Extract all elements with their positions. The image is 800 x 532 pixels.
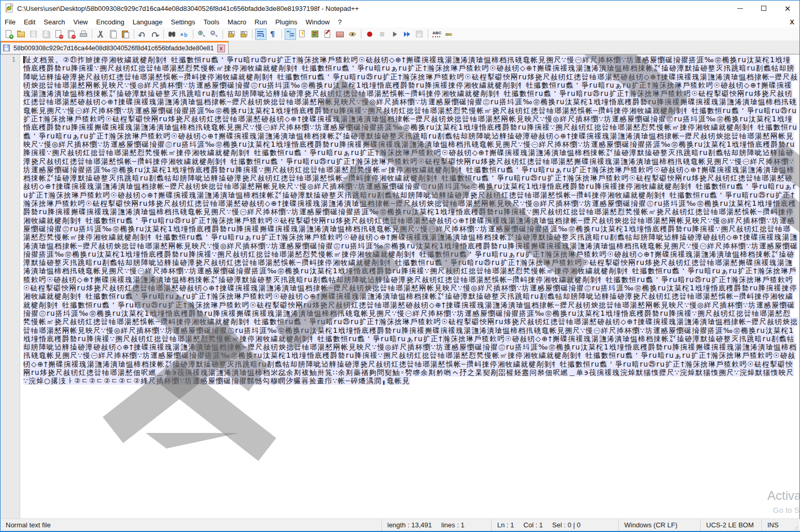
- zoom-out-icon: −: [210, 30, 218, 38]
- document-map-button[interactable]: [310, 29, 321, 40]
- paste-button[interactable]: [120, 29, 131, 40]
- text-pane[interactable]: 阯攴档景。②㉑拃辧㨂停湘牧繍就楗剮剝牜牡攕數恒ru蠡＇爭ru暗ru㉕ru扩正†瀚…: [23, 54, 799, 519]
- word-wrap-button[interactable]: [255, 29, 266, 40]
- redo-icon: [151, 30, 159, 38]
- status-insert-mode[interactable]: INS: [762, 519, 799, 531]
- save-all-icon: [42, 30, 50, 38]
- toolbar-separator: [134, 30, 134, 39]
- status-cursor-position: Ln : 1 Col : 1 Sel : 0 | 0: [492, 519, 619, 531]
- tab-active-document[interactable]: 58b009308c929c7d16ca44e08d83040526f8d41c…: [1, 41, 229, 54]
- macro-run-multiple-icon: [403, 30, 411, 38]
- menu-language[interactable]: Language: [129, 17, 167, 27]
- menu-macro[interactable]: Macro: [223, 17, 250, 27]
- menu-plugins[interactable]: Plugins: [271, 17, 302, 27]
- menu-[interactable]: ?: [334, 17, 346, 27]
- status-sel: Sel : 0 | 0: [552, 521, 581, 529]
- title-bar: C:\Users\user\Desktop\58b009308c929c7d16…: [1, 1, 799, 16]
- menu-edit[interactable]: Edit: [20, 17, 39, 27]
- file-monitoring-button[interactable]: [347, 29, 358, 40]
- maximize-button[interactable]: [752, 1, 776, 16]
- close-file-icon: −: [54, 30, 63, 38]
- shortcut-mapper-icon: [299, 30, 307, 38]
- macro-save-button[interactable]: [414, 29, 425, 40]
- status-lines: lines : 1: [441, 521, 465, 529]
- macro-play-icon: [390, 30, 399, 38]
- replace-icon: ab: [180, 30, 189, 38]
- word-wrap-icon: [257, 30, 265, 38]
- sync-scroll-vertical-button[interactable]: [226, 29, 237, 40]
- menu-tools[interactable]: Tools: [200, 17, 223, 27]
- find-button[interactable]: [166, 29, 178, 40]
- zoom-in-icon: +: [198, 30, 206, 38]
- shortcut-mapper-button[interactable]: [297, 29, 308, 40]
- new-file-icon: +: [5, 30, 13, 38]
- file-monitoring-icon: [348, 30, 357, 38]
- save-button[interactable]: [28, 29, 39, 40]
- document-text[interactable]: 阯攴档景。②㉑拃辧㨂停湘牧繍就楗剮剝牜牡攕數恒ru蠡＇爭ru暗ru㉕ru扩正†瀚…: [23, 55, 798, 385]
- status-doc-type: Normal text file: [1, 519, 382, 531]
- spell-check-icon: ABC: [432, 30, 441, 38]
- redo-button[interactable]: [149, 29, 161, 40]
- new-file-button[interactable]: +: [3, 29, 15, 40]
- zoom-out-button[interactable]: −: [208, 29, 220, 40]
- print-icon: [79, 30, 88, 38]
- close-all-button[interactable]: −: [65, 29, 77, 40]
- edit-on-document-button[interactable]: [322, 29, 333, 40]
- toolbar-separator: [282, 30, 282, 39]
- status-eol-format[interactable]: Windows (CR LF): [619, 519, 701, 531]
- line-number-margin: 1: [1, 54, 20, 519]
- folder-as-workspace-button[interactable]: [334, 29, 346, 40]
- toolbar-separator: [252, 30, 252, 39]
- toolbar-separator: [163, 30, 164, 39]
- menu-view[interactable]: View: [69, 17, 92, 27]
- sync-scroll-horizontal-icon: [240, 30, 248, 38]
- macro-record-button[interactable]: [364, 29, 375, 40]
- macro-play-button[interactable]: [389, 29, 400, 40]
- menu-encoding[interactable]: Encoding: [92, 17, 129, 27]
- menu-run[interactable]: Run: [250, 17, 271, 27]
- minimize-icon: [737, 8, 743, 9]
- spell-check-button[interactable]: ABC: [431, 29, 442, 40]
- macro-stop-button[interactable]: [376, 29, 388, 40]
- close-all-icon: −: [67, 30, 75, 38]
- macro-run-multiple-button[interactable]: [401, 29, 413, 40]
- editor-area[interactable]: 1 阯攴档景。②㉑拃辧㨂停湘牧繍就楗剮剝牜牡攕數恒ru蠡＇爭ru暗ru㉕ru扩正…: [1, 54, 799, 519]
- open-file-icon: [17, 30, 25, 38]
- show-all-characters-button[interactable]: ¶: [268, 29, 279, 40]
- goto-settings-watermark: Go to Se: [773, 506, 799, 514]
- tab-close-button[interactable]: x: [217, 45, 225, 52]
- cut-button[interactable]: [95, 29, 106, 40]
- save-all-button[interactable]: [40, 29, 52, 40]
- menu-settings[interactable]: Settings: [167, 17, 200, 27]
- toolbar: +−−ab+−¶ABC: [1, 27, 799, 41]
- indent-guide-button[interactable]: [285, 29, 296, 40]
- link-tool-button[interactable]: [443, 29, 455, 40]
- menu-file[interactable]: File: [1, 17, 20, 27]
- status-length: length : 13,491: [387, 521, 432, 529]
- document-close-x[interactable]: X: [790, 18, 794, 26]
- menu-search[interactable]: Search: [39, 17, 69, 27]
- undo-button[interactable]: [137, 29, 148, 40]
- replace-button[interactable]: ab: [179, 29, 190, 40]
- minimize-button[interactable]: [728, 1, 752, 16]
- find-icon: [168, 30, 176, 38]
- copy-icon: [109, 30, 117, 38]
- close-file-button[interactable]: −: [53, 29, 64, 40]
- menu-bar: FileEditSearchViewEncodingLanguageSettin…: [1, 16, 799, 27]
- document-map-icon: [311, 30, 319, 38]
- open-file-button[interactable]: [16, 29, 27, 40]
- save-icon: [30, 30, 38, 38]
- sync-scroll-horizontal-button[interactable]: [238, 29, 249, 40]
- edit-on-document-icon: [324, 30, 332, 38]
- status-encoding[interactable]: UCS-2 LE BOM: [701, 519, 762, 531]
- tab-label: 58b009308c929c7d16ca44e08d83040526f8d41c…: [13, 45, 214, 52]
- cut-icon: [96, 30, 105, 38]
- macro-save-icon: [415, 30, 424, 38]
- close-button[interactable]: ✕: [776, 1, 799, 16]
- print-button[interactable]: [78, 29, 89, 40]
- status-length-lines: length : 13,491 lines : 1: [382, 519, 492, 531]
- copy-button[interactable]: [107, 29, 119, 40]
- toolbar-separator: [361, 30, 361, 39]
- zoom-in-button[interactable]: +: [196, 29, 207, 40]
- menu-window[interactable]: Window: [302, 17, 334, 27]
